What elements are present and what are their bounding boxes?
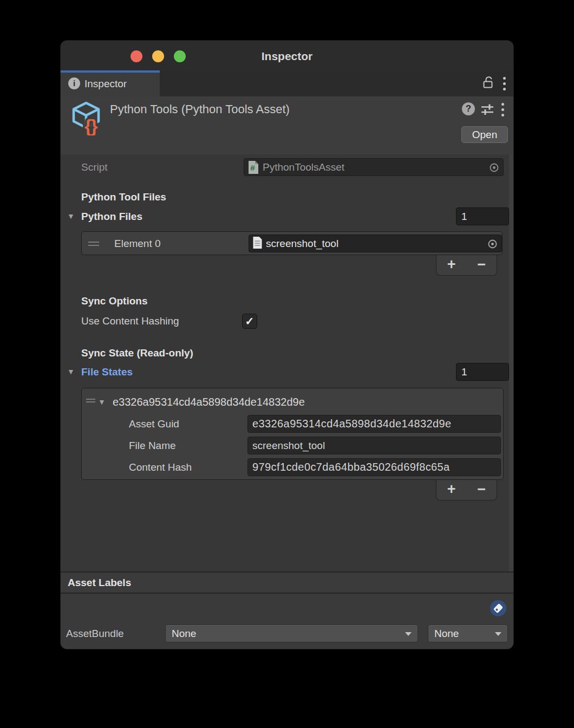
component-menu-icon[interactable] [501, 103, 504, 116]
asset-bundle-dropdown[interactable]: None [165, 625, 418, 642]
tab-label: Inspector [84, 70, 127, 96]
section-sync-state: Sync State (Read-only) [81, 344, 193, 362]
foldout-arrow-icon[interactable]: ▼ [67, 207, 78, 225]
asset-guid-field[interactable]: e3326a95314cd4a5898d34de14832d9e [247, 415, 501, 433]
asset-bundle-variant-value: None [434, 628, 459, 640]
component-header: {} Python Tools (Python Tools Asset) ? O… [61, 96, 513, 155]
unlock-icon[interactable] [481, 75, 494, 92]
titlebar: Inspector [61, 41, 513, 70]
file-states-count-field[interactable]: 1 [456, 363, 509, 381]
content-hash-value: 979cf1cde0c7da64bba35026d69f8c65a [248, 461, 450, 473]
asset-labels-header: Asset Labels [68, 573, 131, 593]
python-tools-asset-icon: {} [69, 100, 104, 138]
object-picker-icon[interactable] [487, 239, 498, 251]
chevron-down-icon [405, 632, 412, 636]
tab-bar: i Inspector [61, 70, 513, 96]
asset-bundle-variant-dropdown[interactable]: None [428, 625, 508, 642]
python-files-count-field[interactable]: 1 [456, 207, 509, 225]
python-files-list: Element 0 screenshot_tool [81, 231, 503, 255]
drag-handle-icon[interactable] [88, 239, 99, 248]
content-hash-field[interactable]: 979cf1cde0c7da64bba35026d69f8c65a [247, 458, 501, 476]
file-name-label: File Name [129, 437, 176, 454]
content-hash-label: Content Hash [129, 458, 192, 476]
foldout-arrow-icon[interactable]: ▼ [67, 363, 78, 381]
svg-text:#: # [250, 164, 255, 173]
object-picker-icon [489, 162, 499, 175]
asset-bundle-value: None [172, 628, 196, 640]
presets-icon[interactable] [480, 103, 494, 118]
scrollbar[interactable] [509, 154, 513, 571]
tag-icon[interactable] [490, 600, 506, 619]
remove-file-state-button[interactable]: − [467, 480, 497, 500]
python-files-foldout[interactable]: Python Files [81, 207, 142, 225]
asset-bundle-footer: AssetBundle None None [61, 594, 513, 649]
file-name-value: screenshot_tool [248, 440, 325, 452]
svg-text:{}: {} [84, 115, 97, 135]
section-python-tool-files: Python Tool Files [81, 188, 166, 206]
drag-handle-icon[interactable] [86, 397, 95, 404]
entry-foldout-arrow-icon[interactable]: ▼ [98, 393, 109, 411]
use-content-hashing-label: Use Content Hashing [81, 312, 179, 330]
asset-guid-value: e3326a95314cd4a5898d34de14832d9e [248, 418, 452, 430]
script-field: # PythonToolsAsset [244, 158, 504, 176]
file-name-field[interactable]: screenshot_tool [247, 437, 501, 454]
element-object-field[interactable]: screenshot_tool [249, 235, 502, 252]
script-value: PythonToolsAsset [263, 161, 344, 173]
asset-guid-label: Asset Guid [129, 415, 179, 433]
script-label: Script [81, 158, 108, 176]
file-states-foldout[interactable]: File States [81, 363, 133, 381]
chevron-down-icon [495, 632, 501, 636]
remove-element-button[interactable]: − [467, 255, 497, 275]
file-state-entry-id[interactable]: e3326a95314cd4a5898d34de14832d9e [113, 393, 305, 411]
component-title: Python Tools (Python Tools Asset) [110, 101, 290, 118]
info-icon: i [68, 77, 80, 89]
element-label: Element 0 [114, 232, 161, 256]
inspector-body: Script # PythonToolsAsset Python Tool Fi… [61, 154, 513, 571]
tab-menu-icon[interactable] [503, 77, 506, 90]
help-icon[interactable]: ? [462, 102, 475, 115]
file-states-list-footer: + − [436, 480, 497, 500]
asset-labels-bar: Asset Labels [61, 573, 513, 593]
use-content-hashing-checkbox[interactable]: ✓ [242, 314, 257, 329]
csharp-script-icon: # [247, 160, 259, 174]
inspector-window: Inspector i Inspector {} [61, 41, 513, 649]
add-element-button[interactable]: + [436, 255, 467, 275]
window-title: Inspector [61, 41, 513, 70]
file-states-list: ▼ e3326a95314cd4a5898d34de14832d9e Asset… [81, 388, 504, 480]
open-button[interactable]: Open [461, 126, 508, 143]
add-file-state-button[interactable]: + [436, 480, 467, 500]
tab-inspector[interactable]: i Inspector [61, 70, 160, 96]
element-value: screenshot_tool [266, 238, 338, 250]
python-files-list-footer: + − [436, 255, 497, 276]
asset-bundle-label: AssetBundle [66, 625, 124, 642]
section-sync-options: Sync Options [81, 292, 147, 310]
text-asset-icon [252, 236, 263, 251]
